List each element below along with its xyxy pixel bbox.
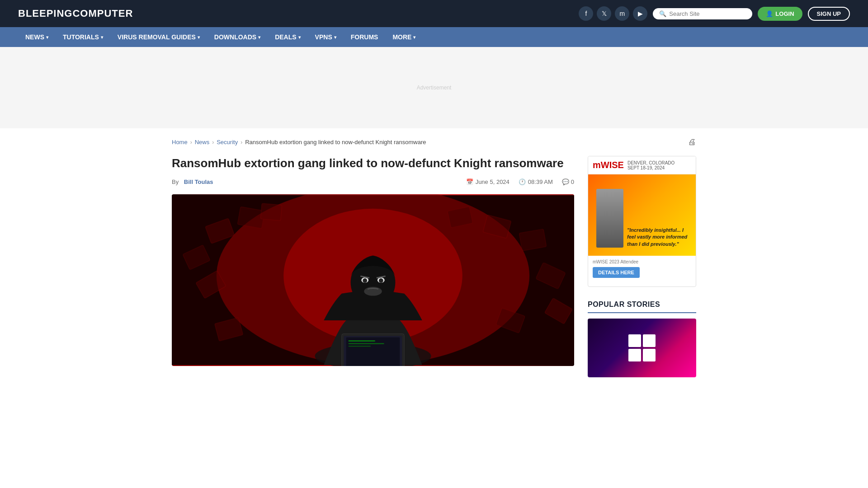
article-sidebar: mWISE DENVER, COLORADO SEPT 18-19, 2024 … [588,156,696,377]
svg-rect-28 [349,340,375,341]
popular-stories-section: POPULAR STORIES [588,300,696,377]
chevron-down-icon: ▾ [101,35,103,40]
sidebar-ad: mWISE DENVER, COLORADO SEPT 18-19, 2024 … [588,156,696,287]
nav-vpns[interactable]: VPNS ▾ [308,28,344,46]
article-time: 🕐 08:39 AM [519,178,553,185]
calendar-icon: 📅 [466,178,473,185]
ad-details-button[interactable]: DETAILS HERE [593,267,640,278]
chevron-down-icon: ▾ [198,35,200,40]
nav-deals[interactable]: DEALS ▾ [268,28,307,46]
popular-stories-title: POPULAR STORIES [588,300,696,313]
site-logo[interactable]: BLEEPINGCOMPUTER [18,8,133,19]
main-nav: NEWS ▾ TUTORIALS ▾ VIRUS REMOVAL GUIDES … [0,27,868,47]
article-main: RansomHub extortion gang linked to now-d… [172,156,574,366]
article-layout: RansomHub extortion gang linked to now-d… [172,156,696,377]
windows-logo [628,334,656,361]
windows-tile-1 [628,334,641,347]
search-icon: 🔍 [659,10,666,17]
ad-details: DENVER, COLORADO SEPT 18-19, 2024 [627,160,675,170]
nav-downloads[interactable]: DOWNLOADS ▾ [207,28,268,46]
windows-tile-2 [643,334,656,347]
search-input[interactable] [669,10,746,17]
svg-rect-26 [346,337,400,366]
login-button[interactable]: 👤 LOGIN [758,7,802,21]
ad-header: mWISE DENVER, COLORADO SEPT 18-19, 2024 [588,156,696,174]
header-right: f 𝕏 m ▶ 🔍 👤 LOGIN SIGN UP [579,6,850,21]
user-icon: 👤 [766,10,773,17]
breadcrumb-separator: › [212,139,214,145]
author-link[interactable]: Bill Toulas [184,178,213,185]
nav-more[interactable]: MORE ▾ [385,28,423,46]
nav-forums[interactable]: FORUMS [344,28,386,46]
svg-rect-11 [260,203,282,221]
svg-rect-29 [349,343,384,344]
ad-quote: "Incredibly insightful... I feel vastly … [627,227,688,248]
breadcrumb-current-page: RansomHub extortion gang linked to now-d… [245,139,426,145]
ad-image: "Incredibly insightful... I feel vastly … [588,174,696,256]
chevron-down-icon: ▾ [298,35,301,40]
chevron-down-icon: ▾ [258,35,260,40]
nav-virus-removal[interactable]: VIRUS REMOVAL GUIDES ▾ [110,28,207,46]
ad-footer: mWISE 2023 Attendee DETAILS HERE [588,256,696,282]
breadcrumb-separator: › [190,139,192,145]
nav-tutorials[interactable]: TUTORIALS ▾ [56,28,110,46]
breadcrumb-home[interactable]: Home [172,139,188,145]
social-icons: f 𝕏 m ▶ [579,6,647,21]
article-image [172,194,574,366]
comment-icon: 💬 [562,178,569,185]
search-bar[interactable]: 🔍 [653,8,752,19]
article-title: RansomHub extortion gang linked to now-d… [172,156,574,171]
breadcrumb: Home › News › Security › RansomHub extor… [172,137,696,147]
ad-logo: mWISE [593,160,624,170]
chevron-down-icon: ▾ [413,35,415,40]
top-ad-banner: Advertisement [0,47,868,128]
article-meta: By Bill Toulas 📅 June 5, 2024 🕐 08:39 AM… [172,178,574,185]
signup-button[interactable]: SIGN UP [808,7,850,21]
svg-point-19 [363,278,367,283]
breadcrumb-separator: › [241,139,242,145]
twitter-icon[interactable]: 𝕏 [597,6,611,21]
chevron-down-icon: ▾ [46,35,48,40]
main-content: Home › News › Security › RansomHub extor… [163,128,705,386]
facebook-icon[interactable]: f [579,6,593,21]
print-icon[interactable]: 🖨 [688,137,696,147]
svg-rect-30 [349,346,371,347]
ad-person-silhouette [596,189,623,248]
mastodon-icon[interactable]: m [615,6,629,21]
popular-story-image[interactable] [588,319,696,377]
youtube-icon[interactable]: ▶ [633,6,647,21]
windows-tile-3 [628,349,641,361]
breadcrumb-news[interactable]: News [195,139,210,145]
article-comments[interactable]: 💬 0 [562,178,574,185]
clock-icon: 🕐 [519,178,526,185]
breadcrumb-security[interactable]: Security [217,139,238,145]
windows-tile-4 [643,349,656,361]
chevron-down-icon: ▾ [334,35,336,40]
site-header: BLEEPINGCOMPUTER f 𝕏 m ▶ 🔍 👤 LOGIN SIGN … [0,0,868,27]
article-date: 📅 June 5, 2024 [466,178,509,185]
ad-attribution: mWISE 2023 Attendee [593,259,691,264]
svg-point-20 [379,278,383,283]
article-author: By Bill Toulas [172,178,213,185]
nav-news[interactable]: NEWS ▾ [18,28,56,46]
